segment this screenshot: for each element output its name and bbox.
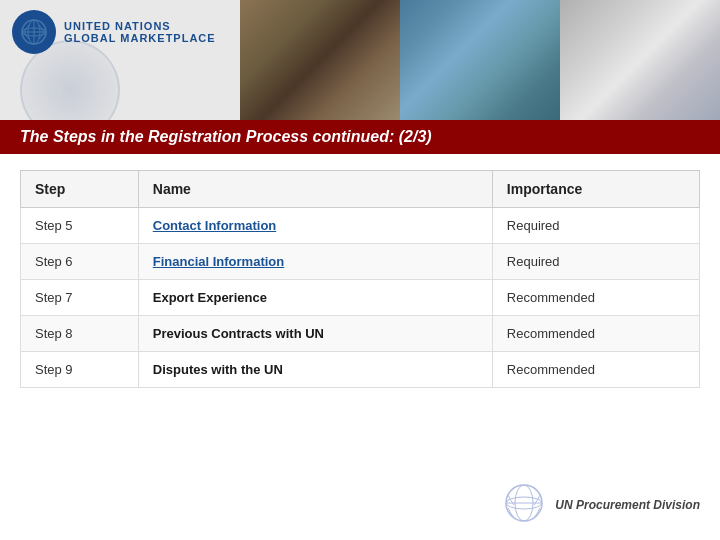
title-bar-text: The Steps in the Registration Process co… (20, 128, 432, 145)
logo-line1: UNITED NATIONS (64, 20, 216, 32)
un-logo-icon (12, 10, 56, 54)
cell-name: Export Experience (138, 280, 492, 316)
col-step: Step (21, 171, 139, 208)
header: UNITED NATIONS GLOBAL MARKETPLACE (0, 0, 720, 120)
table-header-row: Step Name Importance (21, 171, 700, 208)
photo-3 (560, 0, 720, 120)
cell-name[interactable]: Financial Information (138, 244, 492, 280)
photo-2 (400, 0, 560, 120)
cell-step: Step 6 (21, 244, 139, 280)
cell-step: Step 8 (21, 316, 139, 352)
table-row: Step 8Previous Contracts with UNRecommen… (21, 316, 700, 352)
cell-name: Disputes with the UN (138, 352, 492, 388)
cell-importance: Required (492, 244, 699, 280)
cell-importance: Recommended (492, 280, 699, 316)
col-importance: Importance (492, 171, 699, 208)
main-content: Step Name Importance Step 5Contact Infor… (0, 154, 720, 404)
cell-name: Previous Contracts with UN (138, 316, 492, 352)
step-name-link[interactable]: Contact Information (153, 218, 277, 233)
col-name: Name (138, 171, 492, 208)
step-name-bold: Export Experience (153, 290, 267, 305)
table-row: Step 6Financial InformationRequired (21, 244, 700, 280)
step-name-bold: Disputes with the UN (153, 362, 283, 377)
title-bar: The Steps in the Registration Process co… (0, 120, 720, 154)
table-row: Step 7Export ExperienceRecommended (21, 280, 700, 316)
footer: UN Procurement Division (501, 480, 700, 530)
table-row: Step 5Contact InformationRequired (21, 208, 700, 244)
steps-table: Step Name Importance Step 5Contact Infor… (20, 170, 700, 388)
cell-name[interactable]: Contact Information (138, 208, 492, 244)
cell-importance: Required (492, 208, 699, 244)
footer-text: UN Procurement Division (555, 498, 700, 512)
step-name-link[interactable]: Financial Information (153, 254, 284, 269)
table-row: Step 9Disputes with the UNRecommended (21, 352, 700, 388)
cell-step: Step 7 (21, 280, 139, 316)
photo-collage (240, 0, 720, 120)
photo-1 (240, 0, 400, 120)
cell-step: Step 5 (21, 208, 139, 244)
cell-step: Step 9 (21, 352, 139, 388)
step-name-bold: Previous Contracts with UN (153, 326, 324, 341)
logo-line2: GLOBAL MARKETPLACE (64, 32, 216, 44)
cell-importance: Recommended (492, 316, 699, 352)
footer-globe-icon (501, 480, 547, 530)
cell-importance: Recommended (492, 352, 699, 388)
logo-text: UNITED NATIONS GLOBAL MARKETPLACE (64, 20, 216, 44)
logo-area: UNITED NATIONS GLOBAL MARKETPLACE (12, 10, 216, 54)
